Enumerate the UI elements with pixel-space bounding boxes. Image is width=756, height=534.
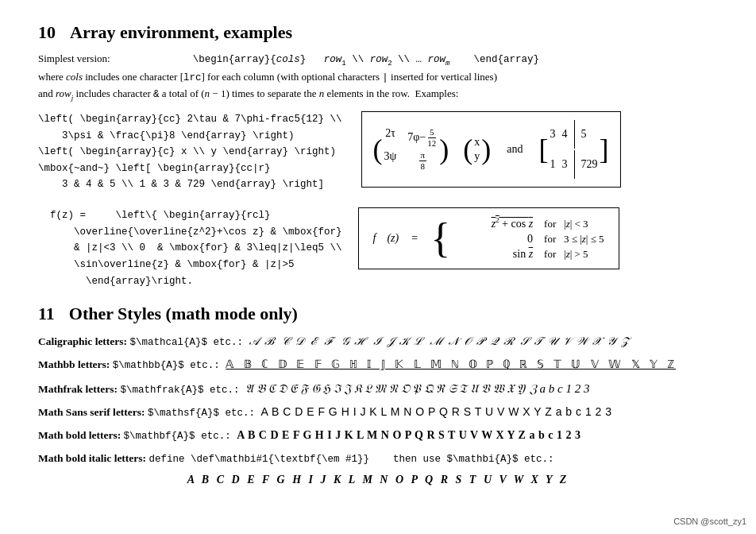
section10-heading: Array environment, examples: [70, 22, 292, 43]
letters-row-caligraphic: Caligraphic letters: $\mathcal{A}$ etc.:…: [38, 332, 718, 351]
section11-number: 11: [38, 304, 55, 324]
fz-label: f: [373, 232, 376, 245]
piecewise-row3: sin z for |z| > 5: [461, 248, 604, 261]
section10-desc: Simplest version: \begin{array}{cols} ro…: [38, 51, 718, 103]
watermark: CSDN @scott_zy1: [673, 517, 746, 526]
letters-row-mathsans: Math Sans serif letters: $\mathsf{A}$ et…: [38, 403, 718, 422]
piecewise-row2: 0 for 3 ≤ |z| ≤ 5: [461, 233, 604, 246]
and-word: and: [507, 143, 523, 156]
section10-title: 10 Array environment, examples: [38, 22, 718, 43]
curly-brace-icon: {: [430, 218, 450, 259]
matrix2-grid: x y: [474, 136, 480, 163]
matrix1: ( 2τ 7φ−512 3ψ π8 ): [373, 127, 449, 172]
section11-heading: Other Styles (math mode only): [69, 304, 298, 324]
matrix3-grid: 3 4 5 1 3 729: [550, 120, 598, 179]
example2-code: f(z) = \left\{ \begin{array}{rcl} \overl…: [38, 207, 342, 289]
piecewise-row1: z2 + cos z for |z| < 3: [461, 216, 604, 230]
piecewise-inner: f (z) = { z2 + cos z for |z| < 3 0 for 3…: [373, 216, 604, 261]
simplest-code: \begin{array}{cols} row1 \\ row2 \\ … ro…: [193, 54, 539, 65]
section11: 11 Other Styles (math mode only) Caligra…: [38, 304, 718, 489]
matrix2: ( x y ): [463, 135, 491, 164]
matrix3: [ 3 4 5 1 3 729 ]: [539, 120, 609, 179]
example1-row: \left( \begin{array}{cc} 2\tau & 7\phi-f…: [38, 111, 718, 193]
example2-rendered: f (z) = { z2 + cos z for |z| < 3 0 for 3…: [358, 207, 619, 269]
example1-code: \left( \begin{array}{cc} 2\tau & 7\phi-f…: [38, 111, 342, 193]
matrix1-grid: 2τ 7φ−512 3ψ π8: [384, 127, 438, 172]
desc1: where cols includes one character [lrc] …: [38, 71, 497, 83]
piecewise-cases: z2 + cos z for |z| < 3 0 for 3 ≤ |z| ≤ 5…: [461, 216, 604, 261]
letters-row-mathbolditalic: Math bold italic letters: define \def\ma…: [38, 450, 718, 489]
letters-row-mathbold: Math bold letters: $\mathbf{A}$ etc.: A …: [38, 426, 718, 445]
section10: 10 Array environment, examples Simplest …: [38, 22, 718, 289]
desc2: and rowj includes character & a total of…: [38, 87, 458, 99]
letters-row-mathfrak: Mathfrak letters: $\mathfrak{A}$ etc.: 𝔄…: [38, 379, 718, 400]
letters-row-mathbb: Mathbb letters: $\mathbb{A}$ etc.: 𝔸 𝔹 ℂ…: [38, 355, 718, 374]
example1-rendered: ( 2τ 7φ−512 3ψ π8 ) ( x y ) and: [361, 111, 621, 188]
simplest-label: Simplest version:: [38, 52, 110, 64]
example2-row: f(z) = \left\{ \begin{array}{rcl} \overl…: [38, 207, 718, 289]
section11-title: 11 Other Styles (math mode only): [38, 304, 718, 324]
section10-number: 10: [38, 22, 56, 43]
